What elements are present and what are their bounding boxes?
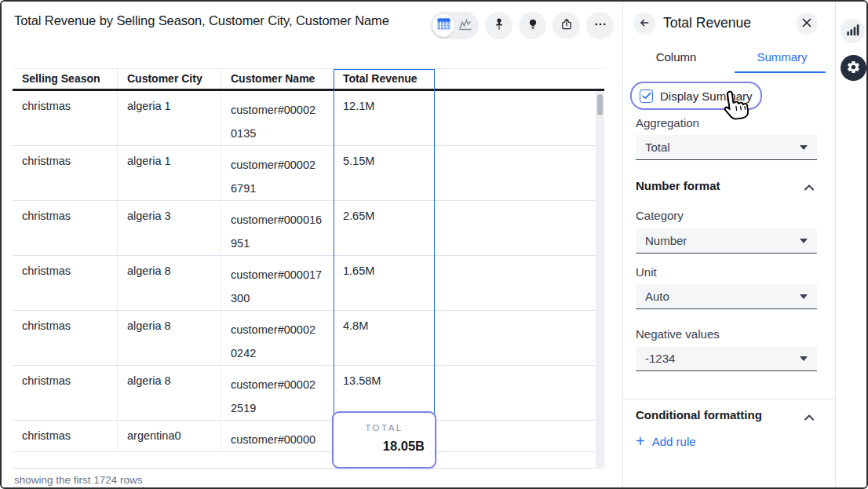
column-header-empty bbox=[435, 69, 604, 89]
collapse-conditional-formatting-icon[interactable] bbox=[804, 411, 815, 418]
category-select[interactable]: Number bbox=[636, 228, 817, 254]
display-summary-option[interactable]: Display Summary bbox=[630, 82, 762, 110]
cell-selling-season[interactable]: christmas bbox=[13, 366, 118, 420]
aggregation-select[interactable]: Total bbox=[636, 135, 817, 160]
cell-customer-city[interactable]: algeria 8 bbox=[118, 311, 221, 365]
caret-down-icon bbox=[800, 294, 808, 299]
column-header-selling-season[interactable]: Selling Season bbox=[13, 69, 118, 89]
collapse-number-format-icon[interactable] bbox=[804, 181, 815, 188]
pin-button[interactable] bbox=[485, 12, 512, 39]
caret-down-icon bbox=[800, 356, 808, 361]
cell-customer-name[interactable]: customer#00002 2519 bbox=[221, 366, 334, 420]
cell-total-revenue[interactable]: 4.8M bbox=[334, 311, 435, 365]
unit-select[interactable]: Auto bbox=[636, 284, 817, 309]
cell-customer-city[interactable]: algeria 1 bbox=[118, 91, 221, 145]
cell-empty bbox=[435, 256, 604, 310]
pin-icon bbox=[492, 17, 506, 34]
summary-total-label: TOTAL bbox=[334, 423, 435, 432]
close-button[interactable] bbox=[796, 13, 818, 35]
table-scrollbar[interactable] bbox=[596, 91, 604, 469]
panel-tabs: Column Summary bbox=[623, 47, 835, 71]
summary-total-box[interactable]: TOTAL 18.05B bbox=[332, 411, 436, 469]
tab-column[interactable]: Column bbox=[623, 47, 729, 71]
close-icon bbox=[802, 18, 811, 30]
category-value: Number bbox=[645, 234, 800, 247]
share-button[interactable] bbox=[553, 12, 580, 39]
arrow-left-icon bbox=[638, 16, 651, 31]
table-row[interactable]: christmas argentina0 customer#00000 16.1… bbox=[13, 421, 604, 452]
cell-total-revenue[interactable]: 5.15M bbox=[334, 146, 435, 200]
conditional-formatting-section-title: Conditional formatting bbox=[636, 408, 762, 421]
chart-config-button[interactable] bbox=[841, 19, 865, 43]
caret-down-icon bbox=[800, 239, 808, 243]
cell-selling-season[interactable]: christmas bbox=[13, 91, 118, 145]
cell-empty bbox=[435, 91, 604, 145]
cell-customer-city[interactable]: algeria 8 bbox=[118, 366, 221, 420]
table-row[interactable]: christmas algeria 8 customer#000017 300 … bbox=[13, 256, 604, 311]
lightbulb-icon bbox=[526, 17, 540, 34]
add-rule-label: Add rule bbox=[652, 435, 696, 448]
cell-customer-name[interactable]: customer#000016 951 bbox=[221, 201, 334, 255]
aggregation-value: Total bbox=[645, 140, 800, 154]
negative-values-select[interactable]: -1234 bbox=[636, 346, 817, 371]
plus-icon: + bbox=[636, 434, 645, 448]
cell-customer-city[interactable]: algeria 3 bbox=[118, 201, 221, 255]
table-scrollbar-thumb[interactable] bbox=[597, 94, 603, 115]
cell-empty bbox=[435, 366, 604, 420]
cell-selling-season[interactable]: christmas bbox=[13, 256, 118, 310]
tab-summary[interactable]: Summary bbox=[729, 47, 835, 71]
cell-total-revenue[interactable]: 2.65M bbox=[334, 201, 435, 255]
cell-customer-name[interactable]: customer#00002 0135 bbox=[221, 91, 334, 145]
page-title: Total Revenue by Selling Season, Custome… bbox=[14, 13, 389, 28]
summary-total-value: 18.05B bbox=[334, 439, 435, 454]
ellipsis-icon bbox=[593, 17, 607, 34]
cell-customer-name[interactable]: customer#00002 0242 bbox=[221, 311, 334, 365]
toolbar bbox=[430, 12, 614, 39]
right-icon-strip bbox=[835, 2, 868, 487]
display-summary-label: Display Summary bbox=[660, 89, 753, 103]
column-settings-panel: Total Revenue Column Summary Display Sum… bbox=[622, 2, 835, 487]
cell-customer-name[interactable]: customer#000017 300 bbox=[221, 256, 334, 310]
app-window: Total Revenue by Selling Season, Custome… bbox=[0, 0, 868, 489]
add-rule-button[interactable]: + Add rule bbox=[636, 434, 696, 448]
number-format-section-title: Number format bbox=[636, 179, 720, 192]
share-icon bbox=[560, 17, 574, 34]
checkmark-icon bbox=[642, 89, 651, 103]
caret-down-icon bbox=[800, 145, 808, 150]
cell-selling-season[interactable]: christmas bbox=[13, 421, 118, 451]
cell-empty bbox=[435, 146, 604, 200]
table-row[interactable]: christmas algeria 8 customer#00002 2519 … bbox=[13, 366, 604, 421]
cell-customer-city[interactable]: algeria 8 bbox=[118, 256, 221, 310]
cell-customer-city[interactable]: algeria 1 bbox=[118, 146, 221, 200]
cell-customer-name[interactable]: customer#00000 bbox=[221, 421, 334, 451]
table-view-button[interactable] bbox=[432, 14, 454, 37]
cell-selling-season[interactable]: christmas bbox=[13, 146, 118, 200]
section-divider bbox=[623, 399, 835, 400]
chart-view-button[interactable] bbox=[454, 14, 476, 37]
display-summary-checkbox[interactable] bbox=[640, 89, 653, 103]
cell-selling-season[interactable]: christmas bbox=[13, 201, 118, 255]
cell-total-revenue[interactable]: 12.1M bbox=[334, 91, 435, 145]
column-header-total-revenue[interactable]: Total Revenue bbox=[334, 69, 435, 89]
cell-empty bbox=[435, 421, 604, 451]
cell-customer-name[interactable]: customer#00002 6791 bbox=[221, 146, 334, 200]
table-row[interactable]: christmas algeria 1 customer#00002 0135 … bbox=[13, 91, 604, 146]
insights-button[interactable] bbox=[519, 12, 546, 39]
table-row[interactable]: christmas algeria 1 customer#00002 6791 … bbox=[13, 146, 604, 201]
more-button[interactable] bbox=[586, 12, 614, 39]
column-header-customer-city[interactable]: Customer City bbox=[118, 69, 221, 89]
negative-values-label: Negative values bbox=[636, 327, 720, 341]
cell-selling-season[interactable]: christmas bbox=[13, 311, 118, 365]
panel-title: Total Revenue bbox=[663, 15, 751, 31]
cell-customer-city[interactable]: argentina0 bbox=[118, 421, 221, 451]
aggregation-label: Aggregation bbox=[636, 116, 699, 130]
table-row[interactable]: christmas algeria 8 customer#00002 0242 … bbox=[13, 311, 604, 366]
back-button[interactable] bbox=[633, 13, 655, 35]
unit-label: Unit bbox=[636, 265, 657, 279]
cell-total-revenue[interactable]: 1.65M bbox=[334, 256, 435, 310]
category-label: Category bbox=[636, 209, 684, 222]
settings-button[interactable] bbox=[841, 55, 866, 81]
table-row[interactable]: christmas algeria 3 customer#000016 951 … bbox=[13, 201, 604, 256]
column-header-customer-name[interactable]: Customer Name bbox=[221, 69, 334, 89]
answer-area: Total Revenue by Selling Season, Custome… bbox=[2, 2, 622, 487]
